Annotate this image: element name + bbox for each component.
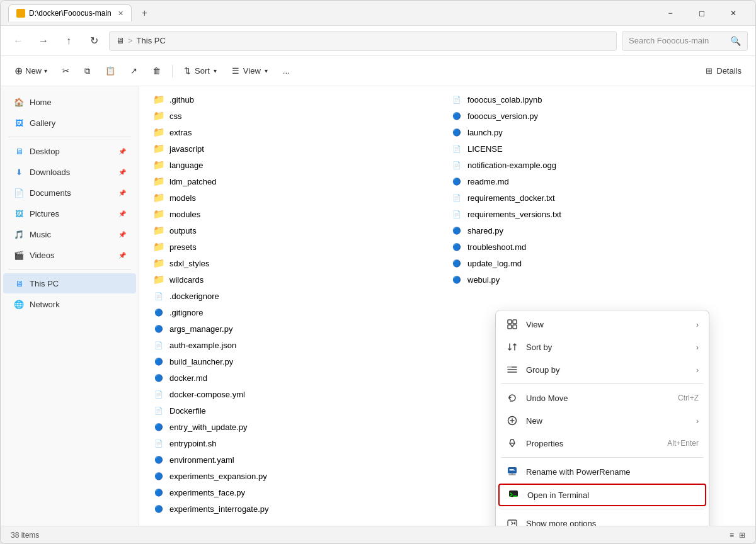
downloads-icon: ⬇ (13, 166, 25, 178)
list-item[interactable]: 🔵shared.py (447, 222, 745, 239)
ctx-sort-by[interactable]: Sort by › (496, 336, 709, 358)
pin-icon-downloads: 📌 (118, 169, 126, 176)
list-item[interactable]: 🔵docker.md (149, 370, 447, 386)
list-item[interactable]: 🔵update_log.md (447, 255, 745, 271)
list-item[interactable]: 📁outputs (149, 222, 447, 239)
ctx-group-by[interactable]: Group by › (496, 358, 709, 381)
search-box[interactable]: Search Fooocus-main 🔍 (622, 31, 748, 51)
svg-rect-1 (513, 320, 517, 324)
list-item[interactable]: 🔵launch.py (447, 124, 745, 140)
list-item[interactable]: 🔵environment.yaml (149, 451, 447, 468)
paste-button[interactable]: 📋 (99, 61, 122, 81)
list-item[interactable]: 📁presets (149, 239, 447, 255)
view-button[interactable]: ☰ View ▾ (226, 61, 274, 81)
list-item[interactable]: 📄entrypoint.sh (149, 435, 447, 451)
sidebar-item-thispc[interactable]: 🖥 This PC (3, 273, 136, 293)
sidebar-item-desktop[interactable]: 🖥 Desktop 📌 (3, 141, 136, 161)
list-item[interactable]: 📄fooocus_colab.ipynb (447, 91, 745, 108)
folder-icon: 📁 (153, 208, 164, 220)
cut-button[interactable]: ✂ (56, 61, 76, 81)
list-item[interactable]: 📄notification-example.ogg (447, 157, 745, 173)
list-item[interactable]: 📁.github (149, 91, 447, 108)
sidebar-item-downloads[interactable]: ⬇ Downloads 📌 (3, 162, 136, 182)
up-button[interactable]: ↑ (59, 31, 79, 51)
item-count: 38 items (11, 531, 39, 540)
list-item[interactable]: 📁css (149, 108, 447, 124)
music-icon: 🎵 (13, 229, 25, 240)
list-item[interactable]: 🔵build_launcher.py (149, 353, 447, 370)
file-icon: 📄 (153, 290, 164, 302)
list-item[interactable]: 🔵args_manager.py (149, 320, 447, 337)
forward-button[interactable]: → (33, 31, 54, 51)
address-path[interactable]: 🖥 > This PC (109, 31, 617, 51)
list-item[interactable]: 📁javascript (149, 140, 447, 157)
list-item[interactable]: 🔵.gitignore (149, 304, 447, 320)
file-icon: 🔵 (153, 307, 164, 318)
copy-button[interactable]: ⧉ (78, 61, 96, 81)
sort-button[interactable]: ⇅ Sort ▾ (178, 61, 223, 81)
sidebar-item-documents[interactable]: 📄 Documents 📌 (3, 183, 136, 203)
ctx-undo-move[interactable]: Undo Move Ctrl+Z (496, 387, 709, 409)
ctx-more-options[interactable]: Show more options (496, 512, 709, 526)
videos-icon: 🎬 (13, 249, 25, 261)
share-button[interactable]: ↗ (124, 61, 144, 81)
back-button[interactable]: ← (8, 31, 28, 51)
sidebar-item-home[interactable]: 🏠 Home (3, 92, 136, 112)
folder-icon: 📁 (153, 192, 164, 203)
list-item[interactable]: 📁language (149, 157, 447, 173)
new-tab-button[interactable]: + (137, 5, 152, 21)
list-view-icon[interactable]: ≡ (730, 531, 734, 540)
close-button[interactable]: ✕ (719, 4, 748, 23)
tab-close-button[interactable]: ✕ (118, 9, 123, 18)
properties-ctx-icon (506, 437, 518, 450)
list-item[interactable]: 📄requirements_versions.txt (447, 206, 745, 222)
list-item[interactable]: 📄docker-compose.yml (149, 386, 447, 402)
list-item[interactable]: 📄requirements_docker.txt (447, 190, 745, 206)
list-item[interactable]: 📁sdxl_styles (149, 255, 447, 271)
list-item[interactable]: 🔵fooocus_version.py (447, 108, 745, 124)
sidebar-item-gallery[interactable]: 🖼 Gallery (3, 113, 136, 133)
active-tab[interactable]: D:\docker\Fooocus-main ✕ (8, 4, 132, 21)
py-icon: 🔵 (451, 110, 462, 122)
list-item[interactable]: 🔵readme.md (447, 173, 745, 190)
list-item[interactable]: 📁models (149, 190, 447, 206)
py-icon: 🔵 (451, 258, 462, 269)
address-bar: ← → ↑ ↻ 🖥 > This PC Search Fooocus-main … (1, 26, 755, 56)
new-plus-icon: ⊕ (14, 65, 23, 77)
refresh-button[interactable]: ↻ (84, 31, 104, 51)
list-item[interactable]: 📄auth-example.json (149, 337, 447, 353)
list-item[interactable]: 📁modules (149, 206, 447, 222)
svg-rect-3 (513, 325, 517, 329)
list-item[interactable]: 📁extras (149, 124, 447, 140)
grid-view-icon[interactable]: ⊞ (739, 531, 745, 540)
ctx-view[interactable]: View › (496, 313, 709, 336)
ctx-power-rename[interactable]: Rename with PowerRename (496, 460, 709, 483)
list-item[interactable]: 📁wildcards (149, 271, 447, 288)
delete-button[interactable]: 🗑 (146, 61, 167, 81)
minimize-button[interactable]: − (656, 4, 685, 23)
list-item[interactable]: 🔵experiments_interrogate.py (149, 501, 447, 517)
sidebar-item-videos[interactable]: 🎬 Videos 📌 (3, 245, 136, 265)
ctx-open-terminal[interactable]: Open in Terminal (498, 484, 706, 506)
gallery-icon: 🖼 (13, 117, 25, 128)
list-item[interactable]: 🔵experiments_expansion.py (149, 468, 447, 484)
maximize-button[interactable]: ◻ (687, 4, 716, 23)
list-item[interactable]: 📁ldm_patched (149, 173, 447, 190)
list-item[interactable]: 📄Dockerfile (149, 402, 447, 419)
ctx-new[interactable]: New › (496, 409, 709, 432)
ctx-properties[interactable]: Properties Alt+Enter (496, 432, 709, 455)
list-item[interactable]: 🔵webui.py (447, 271, 745, 288)
sidebar-item-pictures[interactable]: 🖼 Pictures 📌 (3, 203, 136, 224)
new-button[interactable]: ⊕ New ▾ (8, 61, 54, 81)
pin-icon-pictures: 📌 (118, 210, 126, 217)
more-button[interactable]: ... (277, 61, 296, 81)
sidebar-item-network[interactable]: 🌐 Network (3, 294, 136, 314)
list-item[interactable]: 📄LICENSE (447, 140, 745, 157)
details-button[interactable]: ⊞ Details (699, 61, 748, 81)
sidebar-item-music[interactable]: 🎵 Music 📌 (3, 224, 136, 244)
list-item[interactable]: 📄.dockerignore (149, 288, 447, 304)
list-item[interactable]: 🔵troubleshoot.md (447, 239, 745, 255)
py-icon: 🔵 (153, 356, 164, 367)
list-item[interactable]: 🔵entry_with_update.py (149, 419, 447, 435)
list-item[interactable]: 🔵experiments_face.py (149, 484, 447, 501)
